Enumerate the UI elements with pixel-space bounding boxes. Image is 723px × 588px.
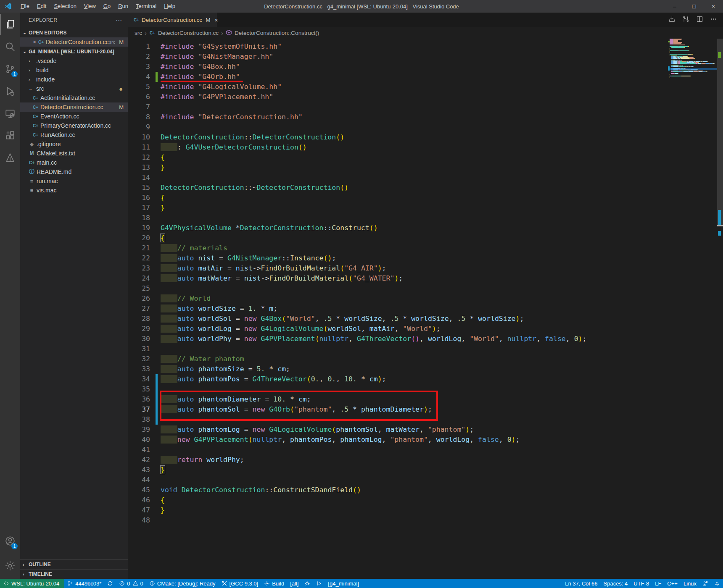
close-editor-icon[interactable]: × (31, 39, 38, 45)
tree-item-readme-md[interactable]: ⓘREADME.md (20, 167, 128, 176)
tree-item-primarygeneratoraction-cc[interactable]: C+PrimaryGeneratorAction.cc (20, 121, 128, 130)
status-cmake-debug-button[interactable] (301, 579, 313, 588)
maximize-button[interactable]: □ (684, 0, 704, 13)
breadcrumb-item-1[interactable]: DetectorConstruction.cc (158, 30, 219, 36)
gutter (150, 425, 161, 435)
tree-item-cmakelists-txt[interactable]: MCMakeLists.txt (20, 149, 128, 158)
status-remote-os[interactable]: Linux (681, 579, 699, 588)
tree-item-runaction-cc[interactable]: C+RunAction.cc (20, 130, 128, 139)
cpp-file-icon: C+ (32, 114, 39, 119)
line-number: 19 (128, 223, 150, 233)
cmake-icon[interactable] (0, 147, 20, 168)
status-sync-status[interactable] (104, 579, 116, 588)
line-number: 36 (128, 394, 150, 404)
code-editor[interactable]: 1#include "G4SystemOfUnits.hh"2#include … (128, 39, 723, 579)
status-notifications[interactable] (711, 579, 723, 588)
line-number: 44 (128, 475, 150, 485)
open-editors-section[interactable]: ⌄OPEN EDITORS (20, 28, 128, 37)
scrollbar-thumb[interactable] (717, 39, 723, 226)
cpp-file-icon: C+ (32, 123, 39, 128)
code-text (161, 344, 723, 354)
minimize-button[interactable]: – (665, 0, 684, 13)
status-encoding[interactable]: UTF-8 (631, 579, 652, 588)
account-icon[interactable]: 1 (0, 530, 20, 551)
status-cmake-build-button[interactable]: Build (261, 579, 287, 588)
status-cmake-launch-button[interactable] (313, 579, 325, 588)
menu-help[interactable]: Help (160, 0, 179, 13)
code-line-39: 39 auto phantomLog = new G4LogicalVolume… (128, 425, 723, 435)
split-editor-icon[interactable] (696, 16, 703, 24)
breadcrumb-item-0[interactable]: src (135, 30, 142, 36)
timeline-section[interactable]: ›TIMELINE (20, 569, 128, 579)
tree-item--vscode[interactable]: ›.vscode (20, 56, 128, 66)
menu-file[interactable]: File (17, 0, 33, 13)
open-editor-item[interactable]: × C+ DetectorConstruction.cc src M (20, 37, 128, 47)
status-cmake-build-target[interactable]: [all] (287, 579, 301, 588)
run-file-icon[interactable] (668, 16, 676, 24)
sidebar-more-icon[interactable]: ⋯ (116, 16, 123, 24)
tree-item--gitignore[interactable]: ◆.gitignore (20, 139, 128, 149)
tree-item-detectorconstruction-cc[interactable]: C+DetectorConstruction.ccM (20, 102, 128, 112)
code-text (161, 102, 723, 112)
status-git-branch-status[interactable]: 4449bc03* (64, 579, 104, 588)
line-number: 29 (128, 324, 150, 334)
menu-view[interactable]: View (80, 0, 100, 13)
project-root[interactable]: ⌄G4_MINIMAL [WSL: UBUNTU-20.04] (20, 47, 128, 56)
tree-item-main-cc[interactable]: C+main.cc (20, 158, 128, 167)
tree-item-run-mac[interactable]: ≡run.mac (20, 176, 128, 186)
status-feedback[interactable] (699, 579, 711, 588)
source-control-icon[interactable]: 1 (0, 58, 20, 79)
status-eol[interactable]: LF (652, 579, 664, 588)
tab-close-icon[interactable]: × (214, 17, 218, 24)
gutter (150, 173, 161, 183)
menu-selection[interactable]: Selection (50, 0, 80, 13)
title-bar: FileEditSelectionViewGoRunTerminalHelp D… (0, 0, 723, 13)
status-problems-status[interactable]: 00 (116, 579, 146, 588)
remote-explorer-icon[interactable] (0, 103, 20, 124)
more-actions-icon[interactable] (710, 16, 717, 24)
tree-item-label: src (36, 85, 44, 92)
status-indentation[interactable]: Spaces: 4 (601, 579, 631, 588)
close-button[interactable]: × (704, 0, 723, 13)
breadcrumb-item-2[interactable]: DetectorConstruction::Construct() (235, 30, 319, 36)
tab-detectorconstruction[interactable]: C+ DetectorConstruction.cc M × (128, 13, 217, 27)
menu-go[interactable]: Go (100, 0, 114, 13)
tree-item-actioninitialization-cc[interactable]: C+ActionInitialization.cc (20, 93, 128, 102)
minimap[interactable] (670, 39, 717, 579)
line-number: 31 (128, 344, 150, 354)
outline-section[interactable]: ›OUTLINE (20, 559, 128, 569)
tree-item-build[interactable]: ›build (20, 66, 128, 75)
scrollbar[interactable] (717, 39, 723, 579)
settings-gear-icon[interactable] (0, 555, 20, 576)
status-language-mode[interactable]: C++ (664, 579, 681, 588)
run-debug-icon[interactable] (0, 81, 20, 102)
explorer-sidebar: EXPLORER ⋯ ⌄OPEN EDITORS × C+ DetectorCo… (20, 13, 128, 579)
status-cmake-kit[interactable]: [GCC 9.3.0] (219, 579, 261, 588)
gutter (150, 62, 161, 72)
tree-item-vis-mac[interactable]: ≡vis.mac (20, 186, 128, 195)
search-icon[interactable] (0, 36, 20, 57)
status-cmake-active-project[interactable]: [g4_minimal] (325, 579, 362, 588)
tree-item-include[interactable]: ›include (20, 75, 128, 84)
code-lines: 1#include "G4SystemOfUnits.hh"2#include … (128, 39, 723, 579)
status-cursor-position[interactable]: Ln 37, Col 66 (562, 579, 600, 588)
menu-terminal[interactable]: Terminal (132, 0, 160, 13)
tree-item-label: main.cc (37, 159, 57, 166)
tree-item-eventaction-cc[interactable]: C+EventAction.cc (20, 112, 128, 121)
code-line-3: 3#include "G4Box.hh" (128, 62, 723, 72)
line-number: 24 (128, 273, 150, 284)
open-changes-icon[interactable] (682, 16, 689, 24)
status-cmake-status[interactable]: CMake: [Debug]: Ready (146, 579, 219, 588)
menu-edit[interactable]: Edit (33, 0, 50, 13)
gutter (150, 132, 161, 142)
extensions-icon[interactable] (0, 125, 20, 146)
explorer-icon[interactable] (0, 14, 21, 35)
status-remote-status[interactable]: WSL: Ubuntu-20.04 (0, 579, 64, 588)
tree-item-src[interactable]: ⌄src● (20, 84, 128, 93)
status-label: UTF-8 (633, 580, 649, 587)
remote-icon (3, 580, 9, 586)
line-number: 20 (128, 233, 150, 243)
menu-run[interactable]: Run (114, 0, 132, 13)
code-line-31: 31 (128, 344, 723, 354)
gutter (150, 515, 161, 525)
